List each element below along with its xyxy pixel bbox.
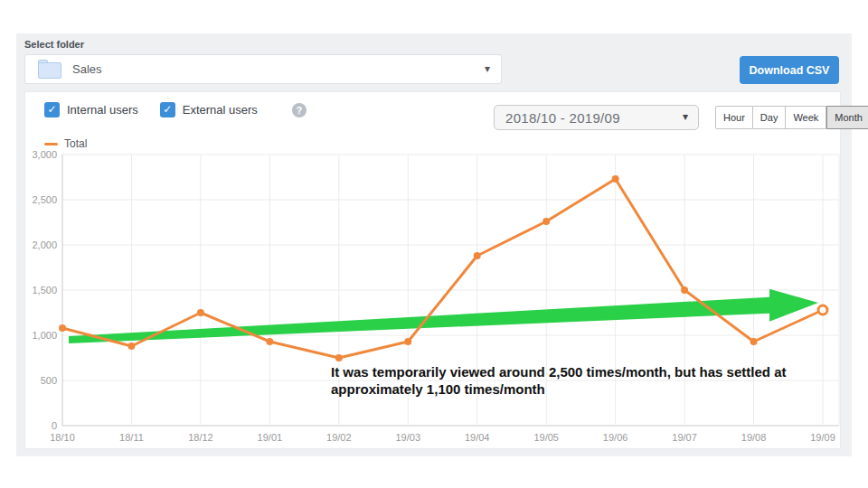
x-tick-label: 18/10 xyxy=(50,432,75,443)
y-tick-label: 2,500 xyxy=(32,194,57,205)
chevron-down-icon: ▾ xyxy=(485,62,490,75)
x-tick-label: 19/01 xyxy=(258,432,283,443)
chart-panel: ✓ Internal users ✓ External users ? 2018… xyxy=(24,91,841,449)
data-point[interactable] xyxy=(404,338,411,345)
x-tick-label: 19/05 xyxy=(533,432,559,443)
y-tick-label: 2,000 xyxy=(32,239,57,250)
x-tick-label: 19/04 xyxy=(465,432,490,443)
annotation-line-2: approximately 1,100 times/month xyxy=(331,380,837,398)
x-tick-label: 18/11 xyxy=(119,432,144,443)
data-point[interactable] xyxy=(681,286,688,294)
data-point[interactable] xyxy=(474,252,481,259)
x-tick-label: 19/03 xyxy=(396,432,421,443)
select-folder-label: Select folder xyxy=(24,39,84,50)
data-point[interactable] xyxy=(59,324,66,332)
data-point[interactable] xyxy=(335,354,343,361)
data-point[interactable] xyxy=(542,218,550,225)
data-point[interactable] xyxy=(750,338,758,345)
y-tick-label: 1,500 xyxy=(32,285,57,296)
data-point[interactable] xyxy=(197,309,204,316)
y-tick-label: 3,000 xyxy=(32,149,57,160)
x-tick-label: 18/12 xyxy=(188,432,213,443)
stats-section: Select folder Sales ▾ Download CSV ✓ Int… xyxy=(16,33,852,456)
x-tick-label: 19/08 xyxy=(741,432,767,443)
y-tick-label: 1,000 xyxy=(32,330,57,341)
data-point[interactable] xyxy=(612,175,619,183)
download-csv-button[interactable]: Download CSV xyxy=(740,56,839,84)
folder-dropdown-value: Sales xyxy=(72,62,102,76)
annotation-line-1: It was temporarily viewed around 2,500 t… xyxy=(331,363,837,380)
x-tick-label: 19/06 xyxy=(603,432,628,443)
y-tick-label: 500 xyxy=(41,375,57,386)
x-tick-label: 19/02 xyxy=(326,432,352,443)
y-tick-label: 0 xyxy=(52,420,57,431)
x-tick-label: 19/07 xyxy=(672,432,697,443)
folder-icon xyxy=(38,60,61,79)
data-point[interactable] xyxy=(818,305,827,314)
chart-annotation: It was temporarily viewed around 2,500 t… xyxy=(331,363,837,398)
data-point[interactable] xyxy=(127,343,135,350)
x-tick-label: 19/09 xyxy=(810,432,835,443)
folder-dropdown[interactable]: Sales ▾ xyxy=(24,54,502,84)
data-point[interactable] xyxy=(266,338,273,345)
